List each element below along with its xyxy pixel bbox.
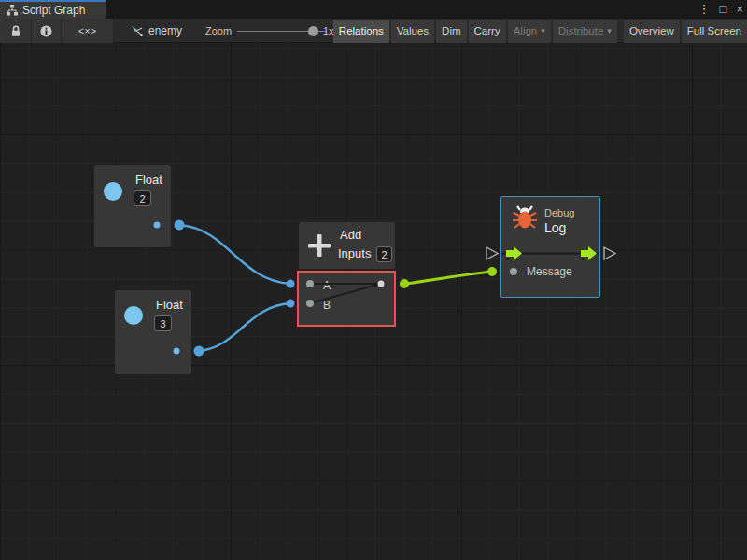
node-title: Add <box>340 228 361 242</box>
chevron-down-icon: ▾ <box>541 26 545 35</box>
wire-endpoint-dot[interactable] <box>487 267 497 276</box>
bug-icon <box>512 204 538 230</box>
maximize-icon[interactable]: □ <box>720 0 727 19</box>
lock-button[interactable] <box>0 19 32 43</box>
node-category: Debug <box>544 207 574 218</box>
inputs-value-field[interactable]: 2 <box>376 246 392 262</box>
toolbar-buttons: Relations Values Dim Carry Align▾ Distri… <box>333 19 747 43</box>
flow-entry-triangle-icon[interactable] <box>486 247 498 259</box>
toolbar: <×> enemy Zoom 1x Relations Values Dim C… <box>0 19 747 43</box>
wire-endpoint-dot[interactable] <box>194 346 204 357</box>
float-value-field[interactable]: 2 <box>134 190 151 206</box>
carry-button[interactable]: Carry <box>469 20 506 43</box>
node-add-ports-selected[interactable]: A B <box>297 271 396 327</box>
code-view-button[interactable]: <×> <box>62 19 114 43</box>
node-float-2[interactable]: Float 3 <box>115 290 191 374</box>
relations-button[interactable]: Relations <box>333 20 389 43</box>
wire-endpoint-dot[interactable] <box>400 279 409 288</box>
float-output-port-large[interactable] <box>104 182 122 201</box>
info-icon <box>40 25 52 37</box>
node-title: Float <box>156 298 183 312</box>
align-dropdown[interactable]: Align▾ <box>508 20 551 43</box>
graph-hierarchy-icon <box>7 5 18 16</box>
node-debug-log[interactable]: Debug Log Message <box>500 196 600 298</box>
distribute-dropdown[interactable]: Distribute▾ <box>553 20 617 43</box>
node-float-1[interactable]: Float 2 <box>94 165 171 247</box>
port-b-label: B <box>323 299 331 312</box>
wire-float2-to-a[interactable] <box>179 225 290 284</box>
zoom-label: Zoom <box>205 25 232 36</box>
inputs-label: Inputs <box>338 246 371 260</box>
node-title: Float <box>135 173 162 187</box>
overview-button[interactable]: Overview <box>624 20 680 43</box>
full-screen-button[interactable]: Full Screen <box>682 20 747 43</box>
float-output-port-large[interactable] <box>124 306 143 325</box>
port-a-label: A <box>323 279 331 292</box>
close-icon[interactable]: × <box>736 0 743 19</box>
wire-endpoint-dot[interactable] <box>287 280 295 288</box>
tab-script-graph[interactable]: Script Graph <box>0 0 106 19</box>
window-menu-icon[interactable]: ⋮ <box>698 0 711 19</box>
graph-breadcrumb[interactable]: enemy <box>131 19 182 43</box>
wire-float3-to-b[interactable] <box>199 303 290 351</box>
tab-bar: Script Graph ⋮ □ × <box>0 0 747 19</box>
dim-button[interactable]: Dim <box>436 20 466 43</box>
wire-endpoint-dot[interactable] <box>287 300 295 308</box>
node-title: Log <box>544 220 566 235</box>
chevron-down-icon: ▾ <box>607 26 612 35</box>
graph-icon <box>131 25 144 37</box>
lock-icon <box>10 25 21 37</box>
graph-name: enemy <box>148 24 182 37</box>
wire-endpoint-dot[interactable] <box>175 220 185 231</box>
info-button[interactable] <box>32 19 62 43</box>
values-button[interactable]: Values <box>391 20 434 43</box>
message-port-label: Message <box>527 265 572 278</box>
tab-title: Script Graph <box>22 4 85 17</box>
zoom-slider-knob[interactable] <box>308 26 318 36</box>
float-value-field[interactable]: 3 <box>154 315 172 331</box>
graph-canvas[interactable]: Float 2 Float 3 Add Inputs 2 A B Debug L… <box>0 43 747 560</box>
flow-exit-triangle-icon[interactable] <box>604 247 615 259</box>
wire-add-to-message[interactable] <box>404 272 492 284</box>
plus-icon <box>307 233 331 258</box>
node-add[interactable]: Add Inputs 2 <box>299 222 395 269</box>
